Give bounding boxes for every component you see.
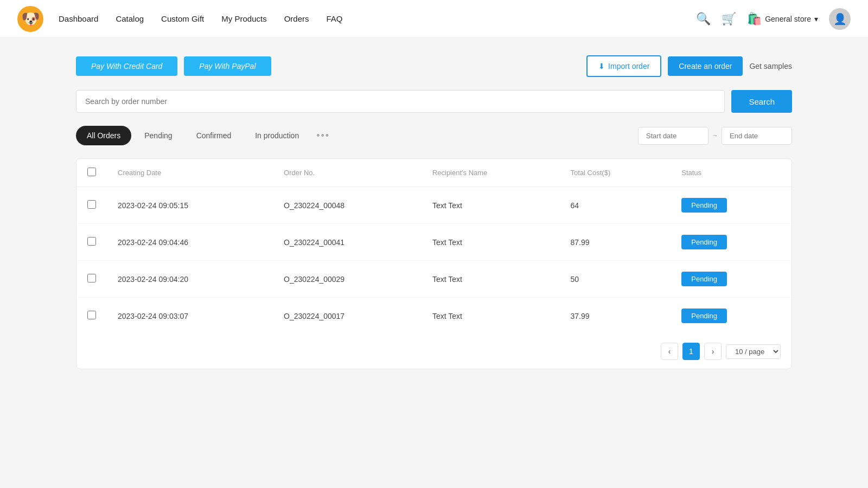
date-range: ~ (638, 127, 792, 145)
import-order-button[interactable]: ⬇ Import order (586, 55, 661, 77)
row-status: Pending (671, 187, 792, 224)
row-date: 2023-02-24 09:04:46 (107, 224, 273, 261)
get-samples-button[interactable]: Get samples (749, 62, 792, 70)
row-checkbox-1[interactable] (87, 237, 96, 246)
action-buttons: ⬇ Import order Create an order Get sampl… (586, 55, 792, 77)
search-input[interactable] (76, 90, 725, 113)
row-checkbox-0[interactable] (87, 200, 96, 209)
tab-in-production[interactable]: In production (244, 126, 310, 145)
logo-emoji: 🐶 (21, 10, 40, 28)
main-content: Pay With Credit Card Pay With PayPal ⬇ I… (54, 38, 814, 387)
nav-orders[interactable]: Orders (284, 14, 309, 23)
tabs-more-icon[interactable]: ••• (312, 130, 334, 142)
status-badge[interactable]: Pending (681, 235, 727, 249)
start-date-input[interactable] (638, 127, 709, 145)
navbar: 🐶 Dashboard Catalog Custom Gift My Produ… (0, 0, 868, 38)
store-name: General store (765, 15, 811, 23)
table-row: 2023-02-24 09:03:07 O_230224_00017 Text … (76, 298, 792, 335)
row-date: 2023-02-24 09:05:15 (107, 187, 273, 224)
logo[interactable]: 🐶 (17, 6, 43, 32)
table-row: 2023-02-24 09:04:20 O_230224_00029 Text … (76, 261, 792, 298)
row-cost: 64 (560, 187, 671, 224)
nav-catalog[interactable]: Catalog (116, 14, 144, 23)
row-date: 2023-02-24 09:03:07 (107, 298, 273, 335)
payment-buttons: Pay With Credit Card Pay With PayPal (76, 56, 271, 76)
row-status: Pending (671, 261, 792, 298)
nav-dashboard[interactable]: Dashboard (59, 14, 98, 23)
status-badge[interactable]: Pending (681, 272, 727, 286)
create-order-button[interactable]: Create an order (668, 56, 743, 76)
row-checkbox-cell (76, 224, 107, 261)
navbar-right: 🔍 🛒 🛍️ General store ▾ 👤 (696, 8, 851, 30)
row-order-no: O_230224_00017 (273, 298, 422, 335)
col-recipient: Recipient's Name (422, 159, 560, 187)
search-button[interactable]: Search (731, 90, 792, 113)
col-order-no: Order No. (273, 159, 422, 187)
status-badge[interactable]: Pending (681, 309, 727, 323)
row-order-no: O_230224_00048 (273, 187, 422, 224)
tab-confirmed[interactable]: Confirmed (186, 126, 242, 145)
row-cost: 50 (560, 261, 671, 298)
nav-custom-gift[interactable]: Custom Gift (161, 14, 204, 23)
table-row: 2023-02-24 09:04:46 O_230224_00041 Text … (76, 224, 792, 261)
page-1-button[interactable]: 1 (682, 343, 700, 360)
col-total-cost: Total Cost($) (560, 159, 671, 187)
col-checkbox (76, 159, 107, 187)
prev-page-button[interactable]: ‹ (661, 343, 678, 360)
pay-credit-card-button[interactable]: Pay With Credit Card (76, 56, 177, 76)
orders-table-card: Creating Date Order No. Recipient's Name… (76, 158, 792, 369)
end-date-input[interactable] (722, 127, 792, 145)
search-row: Search (76, 90, 792, 113)
nav-links: Dashboard Catalog Custom Gift My Product… (59, 14, 696, 23)
avatar[interactable]: 👤 (829, 8, 851, 30)
row-order-no: O_230224_00041 (273, 224, 422, 261)
download-icon: ⬇ (598, 62, 605, 70)
page-size-select[interactable]: 10 / page 20 / page 50 / page (726, 344, 781, 359)
store-bag-icon: 🛍️ (747, 12, 762, 26)
search-icon[interactable]: 🔍 (696, 12, 711, 26)
row-checkbox-3[interactable] (87, 311, 96, 319)
table-header-row: Creating Date Order No. Recipient's Name… (76, 159, 792, 187)
row-date: 2023-02-24 09:04:20 (107, 261, 273, 298)
nav-faq[interactable]: FAQ (326, 14, 342, 23)
tab-all-orders[interactable]: All Orders (76, 126, 131, 145)
date-separator: ~ (713, 131, 717, 140)
row-recipient: Text Text (422, 261, 560, 298)
table-row: 2023-02-24 09:05:15 O_230224_00048 Text … (76, 187, 792, 224)
orders-table: Creating Date Order No. Recipient's Name… (76, 159, 792, 334)
status-badge[interactable]: Pending (681, 198, 727, 213)
tab-pending[interactable]: Pending (133, 126, 183, 145)
import-label: Import order (608, 62, 649, 70)
row-recipient: Text Text (422, 224, 560, 261)
store-selector[interactable]: 🛍️ General store ▾ (747, 12, 818, 26)
next-page-button[interactable]: › (704, 343, 722, 360)
row-checkbox-cell (76, 187, 107, 224)
cart-icon[interactable]: 🛒 (722, 12, 736, 26)
row-order-no: O_230224_00029 (273, 261, 422, 298)
payment-row: Pay With Credit Card Pay With PayPal ⬇ I… (76, 55, 792, 77)
row-checkbox-2[interactable] (87, 274, 96, 282)
tabs-row: All Orders Pending Confirmed In producti… (76, 126, 792, 145)
row-status: Pending (671, 298, 792, 335)
row-cost: 37.99 (560, 298, 671, 335)
pagination-row: ‹ 1 › 10 / page 20 / page 50 / page (76, 334, 792, 369)
select-all-checkbox[interactable] (87, 168, 96, 176)
row-status: Pending (671, 224, 792, 261)
row-recipient: Text Text (422, 298, 560, 335)
row-recipient: Text Text (422, 187, 560, 224)
chevron-down-icon: ▾ (814, 15, 818, 23)
row-checkbox-cell (76, 298, 107, 335)
row-cost: 87.99 (560, 224, 671, 261)
col-status: Status (671, 159, 792, 187)
nav-my-products[interactable]: My Products (221, 14, 266, 23)
pay-paypal-button[interactable]: Pay With PayPal (184, 56, 271, 76)
row-checkbox-cell (76, 261, 107, 298)
col-creating-date: Creating Date (107, 159, 273, 187)
